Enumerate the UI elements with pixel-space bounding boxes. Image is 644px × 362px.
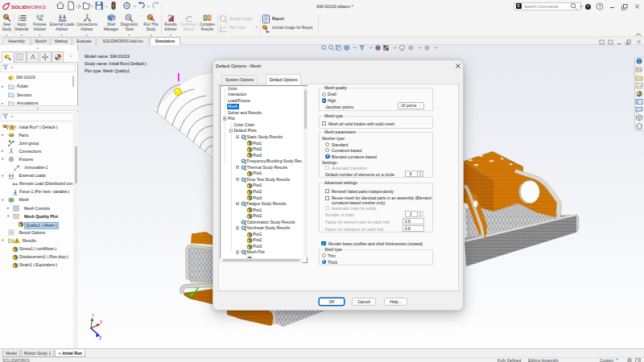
svg-text:X: X bbox=[100, 319, 103, 324]
svg-text:?: ? bbox=[598, 4, 601, 9]
svg-text:WORKS: WORKS bbox=[27, 4, 46, 10]
svg-text:Y: Y bbox=[92, 313, 95, 318]
svg-text:SOLID: SOLID bbox=[11, 4, 27, 10]
svg-text:Z: Z bbox=[99, 335, 101, 340]
